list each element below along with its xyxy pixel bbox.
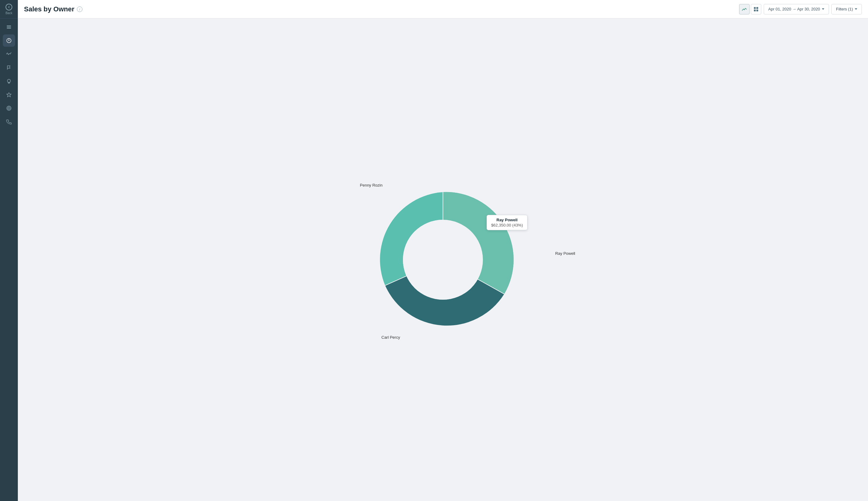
- svg-rect-1: [7, 27, 11, 27]
- donut-chart-svg: [363, 180, 523, 340]
- chart-container: Penny Rozin Ray Powell Carl Percy Ray Po…: [18, 19, 868, 501]
- sidebar-item-phone[interactable]: [3, 116, 15, 128]
- header-title-area: Sales by Owner i: [24, 5, 735, 13]
- sidebar-item-activity[interactable]: [3, 48, 15, 60]
- filters-button[interactable]: Filters (1): [832, 4, 862, 14]
- filters-chevron: [855, 8, 857, 10]
- back-icon: [6, 4, 12, 10]
- page-title: Sales by Owner: [24, 5, 74, 13]
- label-ray-powell: Ray Powell: [555, 251, 575, 256]
- sidebar: Back: [0, 0, 18, 501]
- svg-point-5: [9, 40, 10, 41]
- label-penny-rozin: Penny Rozin: [360, 183, 383, 188]
- filters-text: Filters (1): [836, 7, 853, 11]
- grid-icon: [754, 7, 758, 11]
- sidebar-item-list[interactable]: [3, 21, 15, 33]
- svg-point-9: [9, 108, 10, 109]
- sidebar-item-star[interactable]: [3, 88, 15, 101]
- back-button[interactable]: Back: [0, 0, 18, 19]
- date-range-text: Apr 01, 2020 → Apr 30, 2020: [768, 7, 820, 11]
- sidebar-item-dashboard[interactable]: [3, 34, 15, 47]
- back-label: Back: [6, 11, 12, 15]
- date-range-chevron: [822, 8, 824, 10]
- sidebar-item-flag[interactable]: [3, 62, 15, 74]
- header-actions: Apr 01, 2020 → Apr 30, 2020 Filters (1): [739, 4, 862, 14]
- svg-marker-6: [7, 93, 11, 97]
- sidebar-nav: [0, 19, 18, 128]
- label-carl-percy: Carl Percy: [381, 335, 400, 340]
- info-icon[interactable]: i: [77, 7, 82, 12]
- header: Sales by Owner i: [18, 0, 868, 19]
- svg-rect-3: [7, 25, 8, 26]
- grid-view-button[interactable]: [751, 4, 761, 14]
- sidebar-item-bulb[interactable]: [3, 75, 15, 87]
- chart-view-button[interactable]: [739, 4, 750, 14]
- donut-chart[interactable]: Penny Rozin Ray Powell Carl Percy Ray Po…: [363, 180, 523, 340]
- main-content: Sales by Owner i: [18, 0, 868, 501]
- date-range-button[interactable]: Apr 01, 2020 → Apr 30, 2020: [764, 4, 829, 14]
- view-toggle: [739, 4, 761, 14]
- svg-rect-2: [7, 28, 11, 29]
- sidebar-item-target[interactable]: [3, 102, 15, 114]
